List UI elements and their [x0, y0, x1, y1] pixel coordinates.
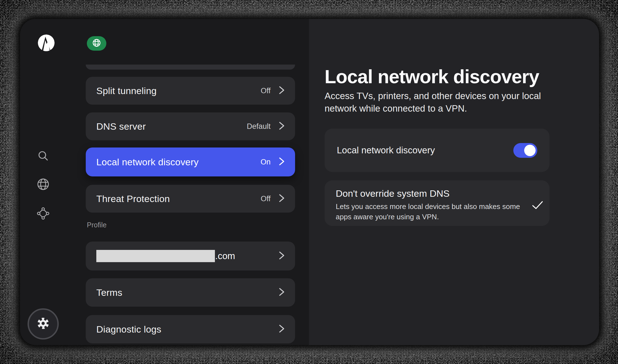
- meshnet-icon: [37, 216, 50, 221]
- search-icon: [37, 158, 50, 163]
- page-description: Access TVs, printers, and other devices …: [325, 90, 551, 115]
- chevron-right-icon: [278, 251, 285, 261]
- settings-pane: Split tunneling Off DNS server Default L…: [20, 19, 309, 345]
- sidebar-item-settings[interactable]: [28, 308, 59, 340]
- settings-row-terms[interactable]: Terms: [86, 278, 295, 307]
- chevron-right-icon: [278, 287, 285, 298]
- checkmark-icon: [531, 200, 544, 211]
- nordvpn-logo-icon: [38, 34, 55, 51]
- nordvpn-settings-window: Split tunneling Off DNS server Default L…: [20, 19, 599, 345]
- detail-pane: Local network discovery Access TVs, prin…: [309, 19, 599, 345]
- page-title: Local network discovery: [325, 66, 539, 87]
- sidebar-item-meshnet[interactable]: [37, 207, 50, 221]
- globe-icon: [36, 187, 50, 192]
- toggle-label: Local network discovery: [337, 145, 435, 156]
- settings-row-diagnostic-logs[interactable]: Diagnostic logs: [86, 315, 295, 343]
- option-text: Don't override system DNS Lets you acces…: [336, 188, 531, 222]
- chevron-right-icon: [278, 324, 285, 335]
- row-label: Diagnostic logs: [96, 324, 161, 335]
- dont-override-system-dns-option[interactable]: Don't override system DNS Lets you acces…: [325, 180, 550, 226]
- local-network-discovery-toggle[interactable]: [513, 143, 537, 158]
- redacted-email-block: [96, 250, 215, 262]
- screen: Split tunneling Off DNS server Default L…: [0, 0, 618, 364]
- profile-list: .com Terms Diagnostic logs: [86, 19, 295, 345]
- sidebar-item-search[interactable]: [37, 149, 50, 163]
- option-title: Don't override system DNS: [336, 188, 531, 199]
- gear-icon: [36, 316, 50, 331]
- local-network-discovery-toggle-row[interactable]: Local network discovery: [325, 129, 550, 172]
- row-label: Terms: [96, 287, 122, 298]
- email-suffix: .com: [215, 251, 235, 261]
- sidebar-item-countries[interactable]: [36, 177, 50, 192]
- toggle-knob: [524, 145, 536, 156]
- option-subtitle: Lets you access more local devices but a…: [336, 201, 531, 222]
- settings-row-account[interactable]: .com: [86, 242, 295, 270]
